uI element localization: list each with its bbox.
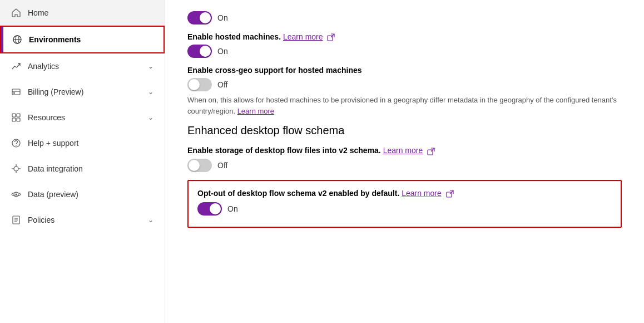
sidebar-item-policies-label: Policies xyxy=(28,216,141,224)
svg-rect-8 xyxy=(12,118,16,121)
sidebar-item-billing-label: Billing (Preview) xyxy=(28,87,141,96)
svg-rect-3 xyxy=(12,89,20,95)
cross-geo-row: Enable cross-geo support for hosted mach… xyxy=(187,66,622,116)
sidebar-item-data-integration[interactable]: Data integration xyxy=(0,156,165,182)
svg-point-11 xyxy=(16,145,17,146)
opt-out-external-icon xyxy=(446,190,454,198)
sidebar-item-environments-label: Environments xyxy=(29,35,152,44)
sidebar-item-home[interactable]: Home xyxy=(0,0,165,26)
sidebar-item-help-support[interactable]: Help + support xyxy=(0,130,165,156)
resources-icon xyxy=(11,112,21,123)
cross-geo-label: Enable cross-geo support for hosted mach… xyxy=(187,66,622,75)
policies-chevron-icon: ⌄ xyxy=(148,216,153,224)
opt-out-text: Opt-out of desktop flow schema v2 enable… xyxy=(197,189,399,198)
enhanced-desktop-flow-section: Enhanced desktop flow schema Enable stor… xyxy=(187,124,622,228)
main-content: On Enable hosted machines. Learn more On xyxy=(165,0,644,323)
billing-chevron-icon: ⌄ xyxy=(148,88,153,96)
hosted-machines-toggle[interactable] xyxy=(187,45,212,58)
sidebar-item-analytics-label: Analytics xyxy=(28,62,141,71)
desktop-flow-storage-text: Enable storage of desktop flow files int… xyxy=(187,146,381,155)
globe-icon xyxy=(12,35,22,45)
hosted-machines-external-icon xyxy=(327,33,335,41)
opt-out-toggle-text: On xyxy=(227,204,238,213)
sidebar-item-resources-label: Resources xyxy=(28,113,141,122)
desktop-flow-storage-row: Enable storage of desktop flow files int… xyxy=(187,146,622,172)
desktop-flow-storage-toggle-text: Off xyxy=(217,161,227,170)
opt-out-highlighted-box: Opt-out of desktop flow schema v2 enable… xyxy=(187,180,622,228)
cross-geo-toggle-text: Off xyxy=(217,80,227,89)
svg-rect-7 xyxy=(17,114,20,117)
data-preview-icon xyxy=(11,189,21,199)
opt-out-label: Opt-out of desktop flow schema v2 enable… xyxy=(197,189,612,198)
sidebar-item-billing[interactable]: Billing (Preview) ⌄ xyxy=(0,79,165,105)
hosted-machines-toggle-text: On xyxy=(217,47,228,56)
svg-point-18 xyxy=(16,194,17,195)
svg-rect-6 xyxy=(12,114,16,117)
sidebar-item-resources[interactable]: Resources ⌄ xyxy=(0,105,165,130)
cross-geo-learn-more[interactable]: Learn more xyxy=(237,107,274,115)
cross-geo-toggle[interactable] xyxy=(187,78,212,91)
policies-icon xyxy=(11,215,21,225)
top-toggle-row: On xyxy=(187,11,622,25)
analytics-icon xyxy=(11,61,21,71)
data-integration-icon xyxy=(11,164,21,174)
sidebar-item-home-label: Home xyxy=(28,8,153,17)
sidebar: Home Environments Analytics ⌄ xyxy=(0,0,165,323)
svg-point-12 xyxy=(14,167,18,171)
opt-out-learn-more[interactable]: Learn more xyxy=(402,189,442,198)
hosted-machines-row: Enable hosted machines. Learn more On xyxy=(187,32,622,58)
analytics-chevron-icon: ⌄ xyxy=(148,62,153,70)
sidebar-item-help-support-label: Help + support xyxy=(28,139,153,148)
cross-geo-description: When on, this allows for hosted machines… xyxy=(187,95,622,116)
opt-out-toggle[interactable] xyxy=(197,202,222,216)
desktop-flow-storage-external-icon xyxy=(427,148,435,155)
desktop-flow-storage-label: Enable storage of desktop flow files int… xyxy=(187,146,622,155)
hosted-machines-learn-more[interactable]: Learn more xyxy=(283,32,323,41)
svg-rect-9 xyxy=(17,118,20,121)
top-toggle-text: On xyxy=(217,13,228,22)
cross-geo-text: Enable cross-geo support for hosted mach… xyxy=(187,66,362,75)
sidebar-item-analytics[interactable]: Analytics ⌄ xyxy=(0,53,165,79)
home-icon xyxy=(11,8,21,18)
billing-icon xyxy=(11,87,21,97)
sidebar-item-policies[interactable]: Policies ⌄ xyxy=(0,207,165,233)
desktop-flow-storage-toggle[interactable] xyxy=(187,159,212,172)
sidebar-item-data-integration-label: Data integration xyxy=(28,164,153,173)
svg-rect-5 xyxy=(13,92,15,94)
sidebar-item-environments[interactable]: Environments xyxy=(0,26,165,53)
section-heading: Enhanced desktop flow schema xyxy=(187,124,622,137)
hosted-machines-text: Enable hosted machines. xyxy=(187,32,281,41)
sidebar-item-data-preview[interactable]: Data (preview) xyxy=(0,182,165,207)
sidebar-item-data-preview-label: Data (preview) xyxy=(28,190,153,199)
hosted-machines-label: Enable hosted machines. Learn more xyxy=(187,32,622,41)
help-icon xyxy=(11,138,21,148)
desktop-flow-storage-learn-more[interactable]: Learn more xyxy=(383,146,423,155)
top-toggle[interactable] xyxy=(187,11,212,25)
resources-chevron-icon: ⌄ xyxy=(148,114,153,121)
